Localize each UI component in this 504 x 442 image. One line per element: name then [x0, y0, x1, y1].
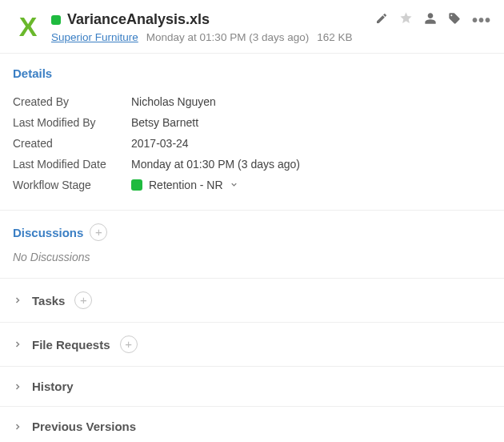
- label-last-modified-by: Last Modified By: [13, 116, 131, 129]
- chevron-down-icon: [230, 179, 238, 191]
- chevron-right-icon: [13, 382, 22, 392]
- svg-text:X: X: [19, 12, 38, 41]
- value-last-modified-date: Monday at 01:30 PM (3 days ago): [131, 158, 300, 171]
- history-title: History: [32, 380, 74, 393]
- workflow-stage-chip: [131, 179, 142, 191]
- star-icon[interactable]: [399, 11, 413, 28]
- project-link[interactable]: Superior Furniture: [51, 31, 138, 43]
- tasks-section-header[interactable]: Tasks +: [0, 279, 504, 322]
- history-section-header[interactable]: History: [0, 367, 504, 406]
- value-workflow-stage[interactable]: Retention - NR: [131, 179, 238, 191]
- label-last-modified-date: Last Modified Date: [13, 158, 131, 171]
- last-modified-text: Monday at 01:30 PM (3 days ago): [146, 31, 309, 43]
- chevron-right-icon: [13, 340, 22, 349]
- add-discussion-button[interactable]: +: [90, 223, 107, 241]
- add-file-request-button[interactable]: +: [120, 336, 138, 353]
- row-created: Created 2017-03-24: [13, 133, 491, 154]
- details-heading: Details: [13, 66, 491, 80]
- file-title: VarianceAnalysis.xls: [67, 11, 210, 28]
- details-section: Details Created By Nicholas Nguyen Last …: [0, 54, 504, 210]
- tag-icon[interactable]: [448, 12, 461, 28]
- label-workflow-stage: Workflow Stage: [13, 179, 131, 191]
- chevron-right-icon: [13, 295, 22, 305]
- discussions-heading: Discussions +: [13, 223, 491, 241]
- status-indicator: [51, 15, 61, 25]
- discussions-title: Discussions: [13, 226, 83, 239]
- more-icon[interactable]: •••: [472, 14, 491, 26]
- add-task-button[interactable]: +: [74, 291, 92, 309]
- value-last-modified-by: Betsy Barnett: [131, 116, 198, 129]
- row-last-modified-by: Last Modified By Betsy Barnett: [13, 112, 491, 133]
- file-size-text: 162 KB: [317, 31, 352, 43]
- file-header: X VarianceAnalysis.xls Superior Furnitur…: [0, 0, 504, 53]
- row-last-modified-date: Last Modified Date Monday at 01:30 PM (3…: [13, 154, 491, 175]
- header-main: VarianceAnalysis.xls Superior Furniture …: [51, 11, 369, 43]
- discussions-empty-text: No Discussions: [13, 251, 491, 263]
- details-grid: Created By Nicholas Nguyen Last Modified…: [13, 91, 491, 195]
- tasks-title: Tasks: [32, 294, 65, 307]
- meta-row: Superior Furniture Monday at 01:30 PM (3…: [51, 31, 369, 43]
- file-type-icon: X: [13, 11, 43, 42]
- discussions-section: Discussions + No Discussions: [0, 211, 504, 278]
- header-actions: •••: [375, 11, 491, 28]
- row-created-by: Created By Nicholas Nguyen: [13, 91, 491, 112]
- value-created: 2017-03-24: [131, 137, 189, 150]
- workflow-stage-text: Retention - NR: [149, 179, 223, 191]
- previous-versions-section-header[interactable]: Previous Versions: [0, 407, 504, 442]
- details-panel: X VarianceAnalysis.xls Superior Furnitur…: [0, 0, 504, 442]
- file-requests-title: File Requests: [32, 338, 110, 352]
- label-created: Created: [13, 137, 131, 150]
- row-workflow-stage: Workflow Stage Retention - NR: [13, 175, 491, 195]
- value-created-by: Nicholas Nguyen: [131, 95, 216, 108]
- title-row: VarianceAnalysis.xls: [51, 11, 369, 28]
- file-requests-section-header[interactable]: File Requests +: [0, 323, 504, 366]
- person-icon[interactable]: [424, 12, 437, 28]
- edit-icon[interactable]: [375, 12, 388, 28]
- label-created-by: Created By: [13, 95, 131, 108]
- chevron-right-icon: [13, 422, 22, 432]
- previous-versions-title: Previous Versions: [32, 420, 136, 433]
